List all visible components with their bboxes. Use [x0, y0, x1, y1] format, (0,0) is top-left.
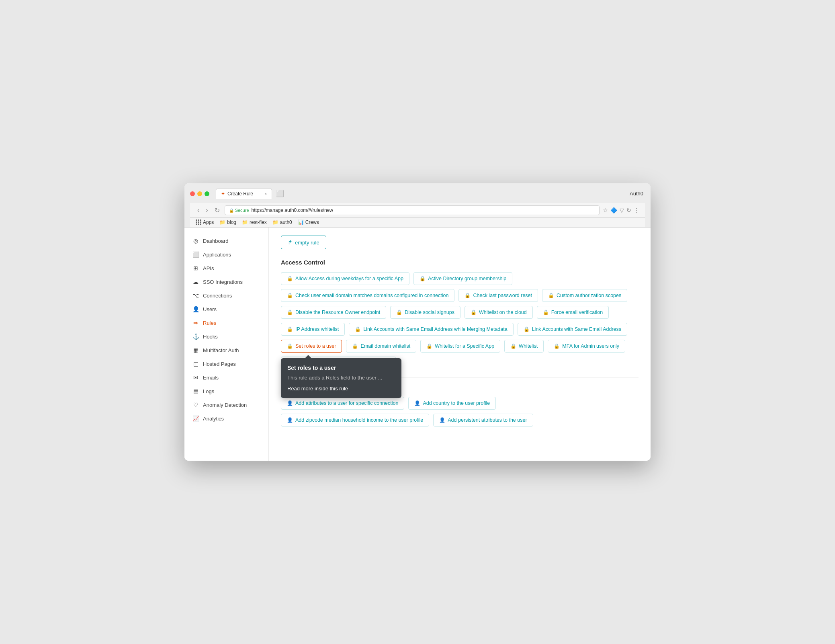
rule-custom-scopes[interactable]: 🔒 Custom authorization scopes: [542, 289, 627, 302]
rule-lock-icon-16: 🔒: [510, 343, 516, 349]
extensions-icon[interactable]: 🔷: [610, 207, 617, 213]
app-body: ◎ Dashboard ⬜ Applications ⊞ APIs ☁ SSO …: [184, 228, 651, 461]
sidebar-item-apis[interactable]: ⊞ APIs: [184, 261, 268, 275]
rule-person-icon-3: 👤: [287, 417, 293, 423]
multifactor-icon: ▦: [192, 347, 199, 353]
rule-email-domain-whitelist[interactable]: 🔒 Email domain whitelist: [346, 340, 416, 353]
anomaly-icon: ♡: [192, 402, 199, 408]
rule-whitelist[interactable]: 🔒 Whitelist: [504, 340, 544, 353]
bookmarks-bar: Apps 📁 blog 📁 rest-flex 📁 auth0 📊 Crews: [190, 218, 645, 227]
empty-rule-icon: ↱: [288, 239, 293, 246]
bookmark-crews[interactable]: 📊 Crews: [298, 219, 319, 225]
sidebar-item-sso[interactable]: ☁ SSO Integrations: [184, 275, 268, 289]
tooltip-popup: Set roles to a user This rule adds a Rol…: [281, 358, 401, 398]
rule-email-domain[interactable]: 🔒 Check user email domain matches domain…: [281, 289, 454, 302]
sidebar-label-multifactor: Multifactor Auth: [203, 347, 239, 353]
hooks-icon: ⚓: [192, 333, 199, 340]
sidebar-item-logs[interactable]: ▤ Logs: [184, 384, 268, 398]
tab-title: Create Rule: [227, 191, 253, 197]
sidebar-item-hooks[interactable]: ⚓ Hooks: [184, 330, 268, 343]
applications-icon: ⬜: [192, 251, 199, 258]
sidebar-item-users[interactable]: 👤 Users: [184, 302, 268, 316]
rule-mfa-admin[interactable]: 🔒 MFA for Admin users only: [548, 340, 625, 353]
refresh-button[interactable]: ↻: [213, 206, 221, 215]
maximize-button[interactable]: [205, 191, 209, 196]
downloader-icon[interactable]: ▽: [620, 207, 624, 213]
sidebar-item-multifactor[interactable]: ▦ Multifactor Auth: [184, 343, 268, 357]
rule-disable-resource[interactable]: 🔒 Disable the Resource Owner endpoint: [281, 306, 386, 319]
rule-force-email[interactable]: 🔒 Force email verification: [537, 306, 609, 319]
rule-set-roles[interactable]: 🔒 Set roles to a user: [281, 340, 342, 353]
tooltip-container: 🔒 Set roles to a user Set roles to a use…: [281, 340, 342, 353]
rule-person-icon-4: 👤: [439, 417, 445, 423]
rule-link-accounts[interactable]: 🔒 Link Accounts with Same Email Address: [518, 323, 627, 336]
bookmark-rest-flex[interactable]: 📁 rest-flex: [242, 219, 267, 225]
sidebar-label-emails: Emails: [203, 375, 219, 381]
rule-lock-icon-7: 🔒: [396, 310, 402, 315]
folder-icon-2: 📁: [242, 219, 248, 225]
tab-close-btn[interactable]: ×: [264, 192, 267, 196]
enrich-profile-grid: 👤 Add attributes to a user for specific …: [281, 397, 639, 427]
rule-whitelist-cloud[interactable]: 🔒 Whitelist on the cloud: [465, 306, 533, 319]
folder-icon: 📁: [219, 219, 225, 225]
new-tab-button[interactable]: ⬜: [272, 187, 288, 200]
sidebar-item-applications[interactable]: ⬜ Applications: [184, 248, 268, 261]
rule-check-password[interactable]: 🔒 Check last password reset: [458, 289, 538, 302]
active-tab[interactable]: ✦ Create Rule ×: [216, 188, 272, 199]
rules-icon: ⇒: [192, 320, 199, 326]
rule-label-7: Disable social signups: [405, 310, 454, 315]
rule-add-persistent[interactable]: 👤 Add persistent attributes to the user: [433, 414, 533, 427]
rule-whitelist-specific[interactable]: 🔒 Whitelist for a Specific App: [420, 340, 500, 353]
sidebar-item-rules[interactable]: ⇒ Rules: [184, 316, 268, 330]
minimize-button[interactable]: [197, 191, 202, 196]
rule-label-13: Set roles to a user: [295, 343, 336, 349]
bookmark-auth0[interactable]: 📁 auth0: [272, 219, 292, 225]
rule-ip-whitelist[interactable]: 🔒 IP Address whitelist: [281, 323, 345, 336]
back-button[interactable]: ‹: [196, 206, 201, 215]
sso-icon: ☁: [192, 279, 199, 285]
secure-badge: Secure: [229, 208, 249, 213]
empty-rule-button[interactable]: ↱ empty rule: [281, 236, 326, 249]
rule-active-directory[interactable]: 🔒 Active Directory group membership: [413, 272, 512, 285]
apis-icon: ⊞: [192, 265, 199, 271]
menu-icon[interactable]: ⋮: [634, 207, 639, 213]
sidebar-item-emails[interactable]: ✉ Emails: [184, 371, 268, 384]
rule-label-4: Check last password reset: [473, 293, 532, 298]
sidebar-item-connections[interactable]: ⌥ Connections: [184, 289, 268, 302]
close-button[interactable]: [190, 191, 195, 196]
tooltip-link[interactable]: Read more inside this rule: [287, 386, 348, 392]
rule-lock-icon-17: 🔒: [554, 343, 560, 349]
users-icon: 👤: [192, 306, 199, 312]
rule-label-ep4: Add persistent attributes to the user: [448, 417, 527, 423]
sidebar-item-anomaly[interactable]: ♡ Anomaly Detection: [184, 398, 268, 412]
bookmark-apps[interactable]: Apps: [196, 219, 214, 225]
bookmark-blog[interactable]: 📁 blog: [219, 219, 236, 225]
rule-add-country[interactable]: 👤 Add country to the user profile: [408, 397, 496, 410]
rule-disable-social[interactable]: 🔒 Disable social signups: [390, 306, 460, 319]
bookmark-star-icon[interactable]: ☆: [603, 207, 608, 213]
tooltip-description: This rule adds a Roles field to the user…: [287, 374, 395, 381]
rule-add-zipcode[interactable]: 👤 Add zipcode median household income to…: [281, 414, 429, 427]
sidebar-item-analytics[interactable]: 📈 Analytics: [184, 412, 268, 425]
sidebar-label-applications: Applications: [203, 252, 231, 258]
sidebar-item-dashboard[interactable]: ◎ Dashboard: [184, 234, 268, 248]
rule-label-16: Whitelist: [519, 343, 538, 349]
address-bar[interactable]: Secure https://manage.auth0.com/#/rules/…: [225, 205, 600, 215]
rule-allow-access[interactable]: 🔒 Allow Access during weekdays for a spe…: [281, 272, 409, 285]
rule-lock-icon-3: 🔒: [287, 293, 293, 298]
dashboard-icon: ◎: [192, 238, 199, 244]
sidebar-label-rules: Rules: [203, 320, 216, 326]
rule-lock-icon-2: 🔒: [420, 276, 426, 281]
forward-button[interactable]: ›: [204, 206, 209, 215]
rule-add-attributes[interactable]: 👤 Add attributes to a user for specific …: [281, 397, 404, 410]
sidebar-item-hosted[interactable]: ◫ Hosted Pages: [184, 357, 268, 371]
rule-link-accounts-merge[interactable]: 🔒 Link Accounts with Same Email Address …: [349, 323, 514, 336]
sidebar-label-anomaly: Anomaly Detection: [203, 402, 247, 408]
auth0-label: Auth0: [630, 191, 643, 197]
tooltip-title: Set roles to a user: [287, 365, 395, 371]
content-area: ↱ empty rule Access Control 🔒 Allow Acce…: [269, 228, 651, 461]
rule-label-ep2: Add country to the user profile: [423, 400, 490, 406]
rule-person-icon-1: 👤: [287, 400, 293, 406]
connections-icon: ⌥: [192, 292, 199, 299]
reload-icon[interactable]: ↻: [626, 207, 631, 213]
